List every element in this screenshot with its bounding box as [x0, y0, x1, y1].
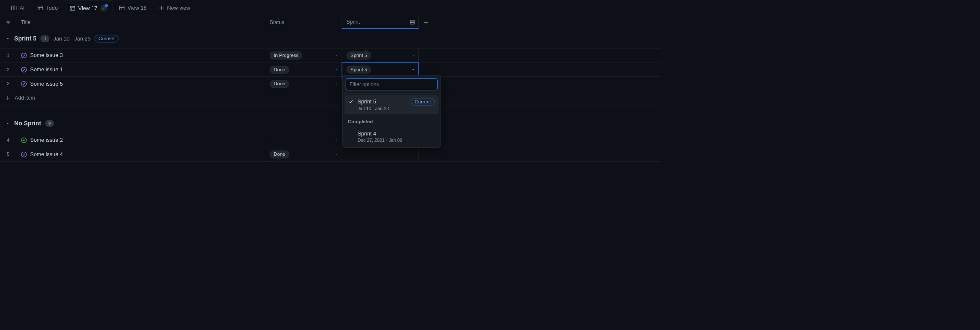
status-cell[interactable]: Done — [265, 62, 342, 76]
svg-point-27 — [23, 139, 25, 141]
caret-down-icon — [335, 54, 338, 57]
svg-rect-17 — [410, 20, 415, 22]
group-title: Sprint 5 — [14, 35, 37, 42]
table-row[interactable]: 4 Some issue 2 — [0, 133, 660, 147]
group-header-no-sprint[interactable]: No Sprint 9 — [0, 114, 660, 133]
row-title-cell[interactable]: Some issue 5 — [16, 77, 265, 91]
board-icon — [11, 5, 16, 11]
add-item-row[interactable]: Add item — [0, 91, 660, 105]
sprint-dropdown: Sprint 5 Current Jan 10 - Jan 23 Complet… — [342, 75, 441, 148]
table-icon — [70, 5, 75, 11]
row-title-cell[interactable]: Some issue 3 — [16, 49, 265, 62]
svg-rect-3 — [38, 6, 43, 10]
column-label: Status — [270, 19, 284, 25]
sprint-cell[interactable]: Sprint 5 — [342, 49, 419, 62]
new-view-button[interactable]: New view — [153, 0, 196, 16]
row-number: 1 — [0, 49, 16, 62]
option-title: Sprint 4 — [358, 131, 435, 137]
view-tabs: All Todo View 17 View 18 New view — [0, 0, 660, 16]
sprint-chip: Sprint 5 — [347, 51, 371, 60]
issue-open-icon — [21, 137, 27, 143]
group-header-sprint-5[interactable]: Sprint 5 3 Jan 10 - Jan 23 Current — [0, 29, 660, 49]
filter-button[interactable] — [0, 16, 16, 29]
tab-label: View 17 — [78, 5, 97, 11]
row-title-cell[interactable]: Some issue 1 — [16, 62, 265, 76]
svg-rect-6 — [70, 6, 75, 10]
dropdown-option-sprint-4[interactable]: Sprint 4 Dec 27, 2021 - Jan 09 — [345, 128, 439, 146]
sprint-cell-active[interactable]: Sprint 5 — [342, 62, 419, 76]
tab-view-18[interactable]: View 18 — [113, 0, 153, 16]
table-row[interactable]: 5 Some issue 4 Done — [0, 147, 660, 162]
filter-options-input[interactable] — [346, 78, 438, 90]
dropdown-section-label: Completed — [343, 116, 441, 126]
table-row[interactable]: 3 Some issue 5 Done — [0, 77, 660, 91]
group-title: No Sprint — [14, 120, 41, 127]
issue-title: Some issue 2 — [30, 137, 63, 143]
column-header-title[interactable]: Title — [16, 16, 265, 29]
sprint-chip: Sprint 5 — [347, 65, 371, 73]
issue-title: Some issue 1 — [30, 66, 63, 73]
table-row[interactable]: 1 Some issue 3 In Progress Sprint 5 — [0, 49, 660, 63]
add-item-label: Add item — [15, 95, 35, 101]
current-badge: Current — [94, 35, 118, 43]
status-cell[interactable]: In Progress — [265, 49, 342, 62]
plus-icon — [5, 95, 10, 100]
group-date-range: Jan 10 - Jan 23 — [53, 35, 90, 42]
issue-title: Some issue 5 — [30, 81, 63, 87]
status-chip: Done — [270, 150, 289, 158]
option-title: Sprint 5 — [358, 99, 376, 105]
issue-title: Some issue 3 — [30, 52, 63, 59]
issue-closed-icon — [21, 151, 27, 157]
row-number: 2 — [0, 62, 16, 76]
status-cell[interactable]: Done — [265, 77, 342, 91]
column-header-sprint[interactable]: Sprint — [342, 16, 419, 29]
row-number: 5 — [0, 147, 16, 161]
option-subtitle: Jan 10 - Jan 23 — [358, 106, 435, 111]
option-subtitle: Dec 27, 2021 - Jan 09 — [358, 138, 435, 143]
rows-icon — [410, 19, 415, 24]
current-badge: Current — [411, 98, 435, 106]
tab-label: Todo — [46, 5, 58, 11]
plus-icon — [423, 20, 428, 25]
tab-label: All — [20, 5, 26, 11]
issue-closed-icon — [21, 52, 27, 58]
dropdown-option-sprint-5[interactable]: Sprint 5 Current Jan 10 - Jan 23 — [345, 95, 439, 114]
issue-closed-icon — [21, 81, 27, 87]
new-view-label: New view — [167, 5, 190, 11]
status-chip: In Progress — [270, 51, 302, 60]
chevron-down-icon — [5, 36, 10, 41]
svg-rect-18 — [410, 22, 415, 24]
filter-icon — [5, 20, 11, 25]
sprint-cell[interactable] — [342, 147, 419, 161]
status-cell[interactable]: Done — [265, 147, 342, 161]
status-cell[interactable] — [265, 133, 342, 147]
unsaved-indicator-icon — [105, 4, 108, 7]
tab-view-17[interactable]: View 17 — [64, 0, 113, 16]
tab-all[interactable]: All — [5, 0, 32, 16]
tab-todo[interactable]: Todo — [32, 0, 64, 16]
column-label: Sprint — [347, 19, 360, 25]
caret-down-icon — [412, 68, 415, 71]
status-chip: Done — [270, 65, 289, 73]
table-row[interactable]: 2 Some issue 1 Done Sprint 5 — [0, 62, 660, 77]
caret-down-icon — [335, 82, 338, 85]
caret-down-icon — [335, 68, 338, 71]
row-title-cell[interactable]: Some issue 2 — [16, 133, 265, 147]
svg-rect-9 — [119, 6, 124, 10]
tab-menu-button[interactable] — [100, 5, 107, 11]
caret-down-icon — [335, 153, 338, 156]
column-header-status[interactable]: Status — [265, 16, 342, 29]
status-chip: Done — [270, 80, 289, 88]
group-gap — [0, 105, 660, 114]
add-column-button[interactable] — [419, 16, 433, 29]
group-count-badge: 9 — [45, 120, 54, 127]
svg-rect-0 — [12, 6, 16, 10]
row-number: 4 — [0, 133, 16, 147]
column-label: Title — [21, 19, 30, 25]
row-number: 3 — [0, 77, 16, 91]
divider — [343, 93, 441, 94]
plus-icon — [159, 5, 164, 11]
row-title-cell[interactable]: Some issue 4 — [16, 147, 265, 161]
column-headers: Title Status Sprint — [0, 16, 660, 29]
caret-down-icon — [335, 138, 338, 142]
